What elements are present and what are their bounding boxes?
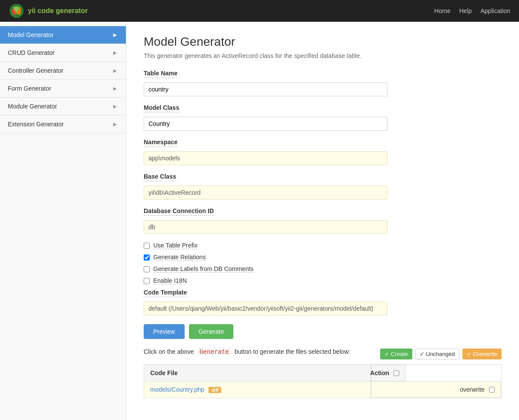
chevron-right-icon: ► xyxy=(112,121,118,128)
code-template-value: default (/Users/qiang/Web/yii/basic2/ven… xyxy=(144,301,388,315)
generate-labels-group: Generate Labels from DB Comments xyxy=(144,265,502,273)
table-name-group: Table Name xyxy=(144,70,502,96)
table-cell-action: overwrite xyxy=(371,381,501,398)
layout: Model Generator ► CRUD Generator ► Contr… xyxy=(0,22,519,420)
generate-relations-checkbox[interactable] xyxy=(144,254,150,261)
badge-unchanged: ✓ Unchanged xyxy=(415,349,460,359)
db-connection-label: Database Connection ID xyxy=(144,207,214,216)
col-header-action: Action xyxy=(371,365,406,381)
enable-i18n-group: Enable I18N xyxy=(144,277,502,285)
logo-text: yii code generator xyxy=(28,7,88,15)
model-class-input[interactable] xyxy=(144,117,388,131)
use-table-prefix-checkbox[interactable] xyxy=(144,243,150,249)
generate-relations-group: Generate Relations xyxy=(144,254,502,261)
table-name-input[interactable] xyxy=(144,82,388,96)
nav-help[interactable]: Help xyxy=(459,7,472,14)
nav-home[interactable]: Home xyxy=(434,7,450,14)
logo: yii code generator xyxy=(9,3,88,19)
generate-info-row: Click on the above Generate button to ge… xyxy=(144,348,502,360)
sidebar-item-model-generator[interactable]: Model Generator ► xyxy=(0,26,126,44)
sidebar-label-crud-generator: CRUD Generator xyxy=(8,49,54,56)
nav-application[interactable]: Application xyxy=(481,7,511,14)
sidebar-item-extension-generator[interactable]: Extension Generator ► xyxy=(0,115,126,133)
page-description: This generator generates an ActiveRecord… xyxy=(144,52,502,59)
base-class-group: Base Class yii\db\ActiveRecord xyxy=(144,173,502,200)
generate-keyword: Generate xyxy=(197,348,231,356)
code-template-label: Code Template xyxy=(144,289,187,297)
sidebar-item-module-generator[interactable]: Module Generator ► xyxy=(0,98,126,115)
chevron-right-icon: ► xyxy=(112,49,118,56)
generate-button[interactable]: Generate xyxy=(189,324,233,339)
generate-info-before: Click on the above xyxy=(144,348,194,355)
sidebar-item-crud-generator[interactable]: CRUD Generator ► xyxy=(0,44,126,62)
col-header-code-file: Code File xyxy=(144,365,371,382)
badges-row: ✓ Create ✓ Unchanged ✓ Overwrite xyxy=(380,349,502,359)
header: yii code generator Home Help Application xyxy=(0,0,519,22)
base-class-label: Base Class xyxy=(144,173,176,181)
generate-info-after: button to generate the files selected be… xyxy=(235,348,350,355)
use-table-prefix-label: Use Table Prefix xyxy=(153,242,198,249)
table-name-label: Table Name xyxy=(144,70,178,78)
button-row: Preview Generate xyxy=(144,324,502,339)
badge-create: ✓ Create xyxy=(380,349,412,359)
code-template-group: Code Template default (/Users/qiang/Web/… xyxy=(144,289,502,315)
table-header-row: Code File Action xyxy=(144,365,502,382)
sidebar-label-model-generator: Model Generator xyxy=(8,31,54,38)
action-row-checkbox[interactable] xyxy=(489,387,495,393)
namespace-group: Namespace app\models xyxy=(144,139,502,165)
enable-i18n-label: Enable I18N xyxy=(153,277,187,285)
namespace-value: app\models xyxy=(144,151,388,165)
action-header-checkbox[interactable] xyxy=(394,370,399,376)
header-nav: Home Help Application xyxy=(434,7,510,14)
sidebar-label-form-generator: Form Generator xyxy=(8,85,51,92)
use-table-prefix-group: Use Table Prefix xyxy=(144,242,502,249)
sidebar-item-controller-generator[interactable]: Controller Generator ► xyxy=(0,62,126,80)
enable-i18n-checkbox[interactable] xyxy=(144,278,150,284)
chevron-right-icon: ► xyxy=(112,103,118,110)
db-connection-group: Database Connection ID db xyxy=(144,207,502,234)
badge-overwrite: ✓ Overwrite xyxy=(462,349,502,359)
file-link[interactable]: models/Country.php xyxy=(150,386,204,393)
namespace-label: Namespace xyxy=(144,139,178,147)
sidebar-item-form-generator[interactable]: Form Generator ► xyxy=(0,80,126,98)
chevron-right-icon: ► xyxy=(112,85,118,92)
sidebar-label-controller-generator: Controller Generator xyxy=(8,67,64,74)
generate-relations-label: Generate Relations xyxy=(153,254,206,261)
page-title: Model Generator xyxy=(144,35,502,49)
table-row: models/Country.php diff overwrite xyxy=(144,381,502,398)
main-content: Model Generator This generator generates… xyxy=(126,22,519,420)
yii-logo-icon xyxy=(9,3,24,19)
model-class-group: Model Class xyxy=(144,104,502,131)
sidebar-label-extension-generator: Extension Generator xyxy=(8,121,64,128)
chevron-right-icon: ► xyxy=(112,31,118,38)
model-class-label: Model Class xyxy=(144,104,179,112)
diff-badge[interactable]: diff xyxy=(209,387,221,393)
preview-button[interactable]: Preview xyxy=(144,324,185,339)
generate-labels-label: Generate Labels from DB Comments xyxy=(153,265,253,273)
chevron-right-icon: ► xyxy=(112,67,118,74)
files-table: Code File Action models/Country.php diff… xyxy=(144,364,502,398)
action-header-label: Action xyxy=(370,369,389,376)
generate-labels-checkbox[interactable] xyxy=(144,266,150,272)
generate-info: Click on the above Generate button to ge… xyxy=(144,348,350,356)
sidebar-label-module-generator: Module Generator xyxy=(8,103,57,110)
db-connection-value: db xyxy=(144,220,388,234)
sidebar: Model Generator ► CRUD Generator ► Contr… xyxy=(0,22,126,420)
base-class-value: yii\db\ActiveRecord xyxy=(144,186,388,200)
table-cell-file: models/Country.php diff xyxy=(144,381,371,398)
action-value: overwrite xyxy=(460,386,485,393)
